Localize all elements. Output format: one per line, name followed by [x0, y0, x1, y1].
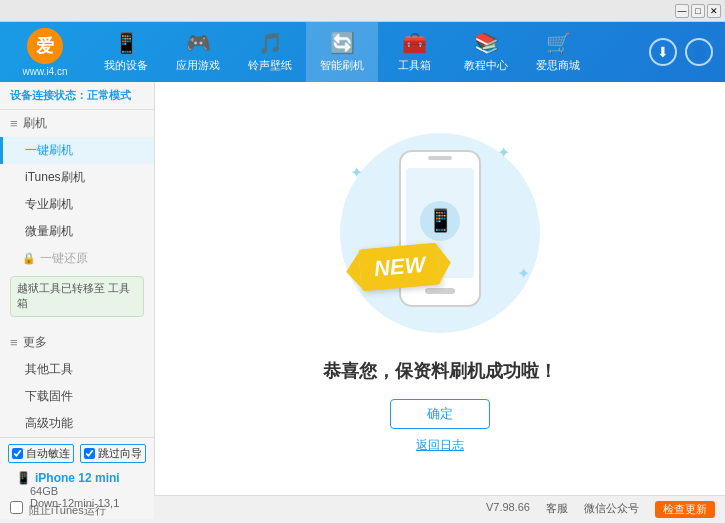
- customer-service-link[interactable]: 客服: [546, 501, 568, 518]
- checkbox-row: 自动敏连 跳过向导: [8, 444, 146, 463]
- check-update-button[interactable]: 检查更新: [655, 501, 715, 518]
- svg-rect-2: [425, 288, 455, 294]
- confirm-button[interactable]: 确定: [390, 399, 490, 429]
- logo-icon: 爱: [27, 28, 63, 64]
- micro-flash-label: 微量刷机: [25, 224, 73, 238]
- ringtones-icon: 🎵: [258, 31, 283, 55]
- sidebar-item-one-click-flash[interactable]: 一键刷机: [0, 137, 154, 164]
- pro-flash-label: 专业刷机: [25, 197, 73, 211]
- skip-wizard-label: 跳过向导: [98, 446, 142, 461]
- advanced-label: 高级功能: [25, 416, 73, 430]
- more-section-header[interactable]: ≡ 更多: [0, 329, 154, 356]
- connection-status: 设备连接状态：正常模式: [0, 82, 154, 110]
- sidebar-item-download-firmware[interactable]: 下载固件: [0, 383, 154, 410]
- bottom-bar-right: V7.98.66 客服 微信公众号 检查更新: [486, 501, 715, 518]
- user-button[interactable]: 👤: [685, 38, 713, 66]
- auto-connect-label: 自动敏连: [26, 446, 70, 461]
- sidebar: 设备连接状态：正常模式 ≡ 刷机 一键刷机 iTunes刷机 专业刷机 微量刷机…: [0, 82, 155, 495]
- flash-section-icon: ≡: [10, 116, 18, 131]
- more-section-icon: ≡: [10, 335, 18, 350]
- maximize-button[interactable]: □: [691, 4, 705, 18]
- phone-svg: 📱: [390, 146, 490, 321]
- svg-rect-3: [428, 156, 452, 160]
- success-text: 恭喜您，保资料刷机成功啦！: [323, 359, 557, 383]
- logo: 爱 www.i4.cn: [0, 28, 90, 77]
- jailbreak-notice: 越狱工具已转移至 工具箱: [10, 276, 144, 317]
- status-label-text: 设备连接状态：: [10, 89, 87, 101]
- nav-tutorials[interactable]: 📚 教程中心: [450, 22, 522, 82]
- title-bar: — □ ✕: [0, 0, 725, 22]
- nav-mall-label: 爱思商城: [536, 58, 580, 73]
- one-click-restore-label: 一键还原: [40, 250, 88, 267]
- skip-wizard-checkbox[interactable]: 跳过向导: [80, 444, 146, 463]
- logo-url: www.i4.cn: [22, 66, 67, 77]
- device-storage: 64GB: [16, 485, 138, 497]
- wechat-public-link[interactable]: 微信公众号: [584, 501, 639, 518]
- auto-connect-checkbox[interactable]: 自动敏连: [8, 444, 74, 463]
- other-tools-label: 其他工具: [25, 362, 73, 376]
- nav-smart-flash[interactable]: 🔄 智能刷机: [306, 22, 378, 82]
- apps-games-icon: 🎮: [186, 31, 211, 55]
- sidebar-item-other-tools[interactable]: 其他工具: [0, 356, 154, 383]
- smart-flash-icon: 🔄: [330, 31, 355, 55]
- nav-smart-flash-label: 智能刷机: [320, 58, 364, 73]
- nav-my-device[interactable]: 📱 我的设备: [90, 22, 162, 82]
- star-3: ✦: [517, 264, 530, 283]
- sidebar-item-pro-flash[interactable]: 专业刷机: [0, 191, 154, 218]
- flash-section-label: 刷机: [23, 115, 47, 132]
- toolbox-icon: 🧰: [402, 31, 427, 55]
- stop-itunes-input[interactable]: [10, 501, 23, 514]
- minimize-button[interactable]: —: [675, 4, 689, 18]
- nav-apps-games[interactable]: 🎮 应用游戏: [162, 22, 234, 82]
- device-name-text: iPhone 12 mini: [35, 471, 120, 485]
- download-button[interactable]: ⬇: [649, 38, 677, 66]
- more-section-label: 更多: [23, 334, 47, 351]
- download-firmware-label: 下载固件: [25, 389, 73, 403]
- nav-toolbox-label: 工具箱: [398, 58, 431, 73]
- mall-icon: 🛒: [546, 31, 571, 55]
- success-illustration: ✦ ✦ ✦ 📱 NEW: [330, 123, 550, 343]
- jailbreak-notice-text: 越狱工具已转移至 工具箱: [17, 282, 130, 309]
- nav-bar: 📱 我的设备 🎮 应用游戏 🎵 铃声壁纸 🔄 智能刷机 🧰 工具箱 📚 教程中心…: [90, 22, 649, 82]
- device-phone-icon: 📱: [16, 471, 31, 485]
- bottom-bar-left: 阻止iTunes运行: [10, 501, 486, 518]
- auto-connect-input[interactable]: [12, 448, 23, 459]
- header-right-buttons: ⬇ 👤: [649, 38, 725, 66]
- nav-ringtones[interactable]: 🎵 铃声壁纸: [234, 22, 306, 82]
- nav-apps-games-label: 应用游戏: [176, 58, 220, 73]
- main-area: 设备连接状态：正常模式 ≡ 刷机 一键刷机 iTunes刷机 专业刷机 微量刷机…: [0, 82, 725, 495]
- nav-toolbox[interactable]: 🧰 工具箱: [378, 22, 450, 82]
- skip-wizard-input[interactable]: [84, 448, 95, 459]
- stop-itunes-checkbox[interactable]: 阻止iTunes运行: [10, 504, 106, 516]
- logo-char: 爱: [36, 34, 54, 58]
- status-value: 正常模式: [87, 89, 131, 101]
- one-click-flash-label: 一键刷机: [25, 143, 73, 157]
- nav-ringtones-label: 铃声壁纸: [248, 58, 292, 73]
- return-link[interactable]: 返回日志: [416, 437, 464, 454]
- svg-text:📱: 📱: [427, 207, 455, 234]
- lock-icon: 🔒: [22, 252, 36, 265]
- close-button[interactable]: ✕: [707, 4, 721, 18]
- my-device-icon: 📱: [114, 31, 139, 55]
- version-text: V7.98.66: [486, 501, 530, 518]
- sidebar-item-itunes-flash[interactable]: iTunes刷机: [0, 164, 154, 191]
- main-content: ✦ ✦ ✦ 📱 NEW 恭喜您，保资料刷机成功啦！ 确定 返回日志: [155, 82, 725, 495]
- itunes-flash-label: iTunes刷机: [25, 170, 85, 184]
- flash-section-header[interactable]: ≡ 刷机: [0, 110, 154, 137]
- nav-my-device-label: 我的设备: [104, 58, 148, 73]
- device-name: 📱 iPhone 12 mini: [16, 471, 138, 485]
- nav-tutorials-label: 教程中心: [464, 58, 508, 73]
- star-2: ✦: [350, 163, 363, 182]
- new-badge: NEW: [358, 243, 441, 292]
- tutorials-icon: 📚: [474, 31, 499, 55]
- star-1: ✦: [497, 143, 510, 162]
- sidebar-item-advanced[interactable]: 高级功能: [0, 410, 154, 437]
- sidebar-item-one-click-restore: 🔒 一键还原: [0, 245, 154, 272]
- sidebar-item-micro-flash[interactable]: 微量刷机: [0, 218, 154, 245]
- nav-mall[interactable]: 🛒 爱思商城: [522, 22, 594, 82]
- stop-itunes-label: 阻止iTunes运行: [29, 504, 106, 516]
- header: 爱 www.i4.cn 📱 我的设备 🎮 应用游戏 🎵 铃声壁纸 🔄 智能刷机 …: [0, 22, 725, 82]
